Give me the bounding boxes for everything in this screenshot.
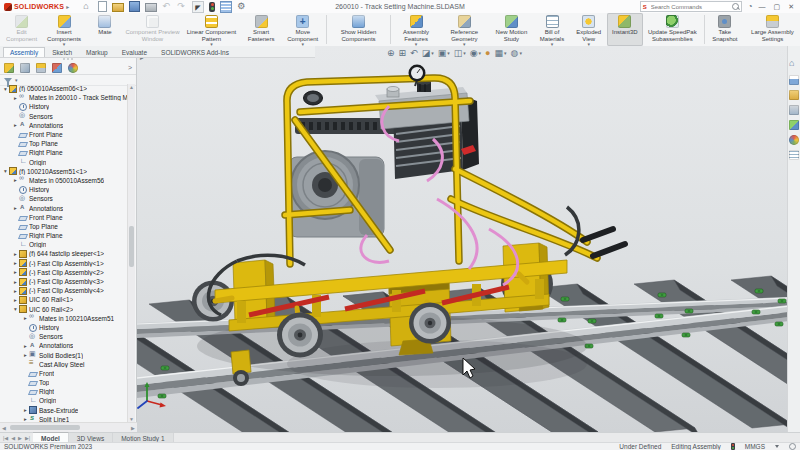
new-motion-study-button[interactable]: New Motion Study [489,13,533,46]
tree-item[interactable]: Sensors [0,194,128,203]
tree-item[interactable]: Front Plane [0,130,128,139]
show-hidden-components-button[interactable]: Show Hidden Components [329,13,388,46]
expander-icon[interactable]: ▸ [22,343,29,349]
expander-icon[interactable]: ▸ [12,122,19,128]
tree-item[interactable]: Origin [0,396,128,405]
apply-scene-button[interactable]: ▾ [495,48,507,58]
update-speedpak-subassemblies-button[interactable]: Update SpeedPak Subassemblies [643,13,702,46]
first-sheet-icon[interactable]: |◀ [2,435,9,441]
tree-item[interactable]: History [0,323,128,332]
tree-item[interactable]: Sensors [0,332,128,341]
expander-icon[interactable]: ▾ [2,86,9,92]
tree-item[interactable]: ▸Solid Bodies(1) [0,350,128,359]
tree-item[interactable]: ▸Annotations [0,121,128,130]
filter-caret-icon[interactable]: ▾ [15,77,18,83]
tree-vertical-scrollbar[interactable]: ▲ ▼ [127,84,135,423]
display-style-button[interactable]: ▾ [454,48,466,58]
open-icon[interactable] [112,3,124,12]
assembly-features-button[interactable]: Assembly Features▾ [393,13,439,46]
bill-of-materials-button[interactable]: Bill of Materials▾ [533,13,570,46]
zoom-area-button[interactable] [399,48,407,58]
take-snapshot-button[interactable]: Take Snapshot [707,13,743,46]
display-settings-icon[interactable] [220,1,232,13]
move-component-button[interactable]: Move Component▾ [281,13,324,46]
select-icon[interactable] [192,1,204,13]
expander-icon[interactable]: ▸ [12,177,19,183]
tab-markup[interactable]: Markup [79,47,115,57]
tree-item[interactable]: Front Plane [0,213,128,222]
tree-item[interactable]: ▸(-) Fast Clip Assembly<4> [0,286,128,295]
panel-tabs-overflow-icon[interactable]: > [128,64,132,71]
expander-icon[interactable]: ▸ [12,251,19,257]
tree-item[interactable]: ▸Mates in 050010Assem56 [0,176,128,185]
rebuild-icon[interactable] [209,2,215,12]
tree-item[interactable]: Sensors [0,112,128,121]
propertymanager-tab[interactable] [20,63,30,73]
scroll-up-icon[interactable]: ▲ [128,84,135,91]
tree-item[interactable]: ▸(f) 644 fastclip sleeper<1> [0,249,128,258]
tab-assembly[interactable]: Assembly [3,47,45,57]
expander-icon[interactable]: ▸ [12,279,19,285]
undo-icon[interactable] [162,2,172,12]
tree-item[interactable]: ▸UIC 60 Rail<1> [0,295,128,304]
search-commands-box[interactable]: S [640,1,742,12]
scroll-left-icon[interactable]: ◀ [0,425,8,431]
search-icon[interactable] [732,3,739,10]
tree-item[interactable]: Front [0,369,128,378]
exploded-view-button[interactable]: Exploded View▾ [571,13,607,46]
view-orientation-button[interactable]: ▾ [438,48,450,58]
dimxpertmanager-tab[interactable] [52,63,62,73]
appearances-scenes-icon[interactable] [789,135,799,145]
expander-icon[interactable]: ▾ [12,306,19,312]
smart-fasteners-button[interactable]: Smart Fasteners [241,13,281,46]
configurationmanager-tab[interactable] [36,63,46,73]
expander-icon[interactable]: ▸ [22,407,29,413]
expander-icon[interactable]: ▸ [12,297,19,303]
view-palette-icon[interactable] [789,120,799,130]
tree-item[interactable]: ▸Annotations [0,341,128,350]
app-logo[interactable]: SOLIDWORKS ▸ [0,3,73,11]
reference-geometry-button[interactable]: Reference Geometry▾ [439,13,489,46]
tree-item[interactable]: Right [0,387,128,396]
tree-item[interactable]: ▸(-) Fast Clip Assembly<2> [0,268,128,277]
tab-evaluate[interactable]: Evaluate [115,47,154,57]
solidworks-resources-icon[interactable] [789,75,799,85]
options-icon[interactable] [237,2,247,12]
mate-button[interactable]: Mate [87,13,123,46]
tree-item[interactable]: ▸(-) Fast Clip Assembly<3> [0,277,128,286]
expander-icon[interactable]: ▸ [12,260,19,266]
tab-solidworks-add-ins[interactable]: SOLIDWORKS Add-Ins [154,47,236,57]
linear-component-pattern-button[interactable]: Linear Component Pattern▾ [182,13,241,46]
search-input[interactable] [649,3,730,11]
expander-icon[interactable]: ▸ [12,288,19,294]
expander-icon[interactable]: ▸ [22,352,29,358]
zoom-fit-button[interactable] [387,48,395,58]
graphics-area[interactable]: ▸ ▾▾▾▾▾▾ [137,46,787,432]
tree-item[interactable]: Top Plane [0,139,128,148]
design-library-icon[interactable] [789,90,799,100]
custom-properties-icon[interactable] [789,150,799,160]
new-document-icon[interactable] [98,1,107,12]
menu-expand-icon[interactable]: ▸ [66,3,69,10]
scrollbar-thumb[interactable] [129,226,134,267]
next-sheet-icon[interactable]: ▶ [17,435,23,441]
save-icon[interactable] [129,1,140,12]
tree-item[interactable]: Cast Alloy Steel [0,360,128,369]
tree-horizontal-scrollbar[interactable]: ◀ ▶ [0,422,137,432]
print-icon[interactable] [145,3,157,12]
component-preview-window-button[interactable]: Component Preview Window [123,13,182,46]
tree-item[interactable]: Origin [0,158,128,167]
filter-icon[interactable] [4,78,12,83]
expander-icon[interactable]: ▸ [12,205,19,211]
minimize-button[interactable]: — [759,3,766,11]
tree-item[interactable]: ▸Base-Extrude [0,406,128,415]
edit-appearance-button[interactable] [485,48,490,58]
help-icon[interactable]: ◔ [748,2,753,12]
scroll-right-icon[interactable]: ▶ [129,425,137,431]
tree-item[interactable]: ▸Annotations [0,203,128,212]
large-assembly-settings-button[interactable]: Large Assembly Settings [743,13,800,46]
displaymanager-tab[interactable] [68,63,78,73]
close-button[interactable]: ✕ [788,3,794,11]
home-icon[interactable] [789,60,799,70]
instant3d-button[interactable]: Instant3D [607,13,643,46]
